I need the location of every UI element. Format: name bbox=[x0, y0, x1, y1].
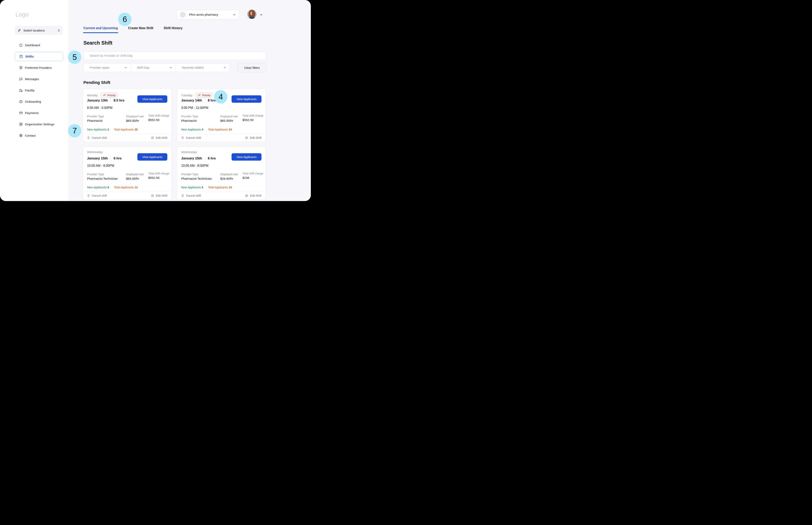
cancel-shift-button[interactable]: Cancel shift bbox=[87, 136, 107, 139]
view-applicants-button[interactable]: View Applicants bbox=[231, 95, 261, 103]
total-charge-value: $156 bbox=[242, 176, 249, 180]
date-row: January 13th 8.5 hrs bbox=[87, 98, 124, 103]
cancel-shift-button[interactable]: Cancel shift bbox=[181, 194, 201, 197]
edit-shift-button[interactable]: Edit Shift bbox=[151, 136, 167, 139]
shift-time-range: 10:00 AM - 8:00PM bbox=[87, 164, 114, 167]
date-row: January 14th 8 hrs bbox=[181, 98, 216, 103]
total-charge-label: Total shift charge bbox=[148, 172, 169, 175]
shift-day: Monday bbox=[87, 94, 97, 97]
new-applicants-count: 4 bbox=[201, 128, 203, 131]
sidebar: Logo Switch locations Dashboard Shifts P… bbox=[0, 0, 69, 201]
sidebar-item-organization-settings[interactable]: Organization Settings bbox=[15, 119, 63, 130]
cancel-shift-label: Cancel shift bbox=[92, 194, 107, 197]
sidebar-item-payments[interactable]: Payments bbox=[15, 107, 63, 119]
priority-badge: Priority bbox=[100, 92, 118, 98]
cancel-shift-button[interactable]: Cancel shift bbox=[181, 136, 201, 139]
priority-label: Priority bbox=[107, 94, 116, 97]
new-applicants-count: 6 bbox=[201, 186, 203, 189]
provider-type-value: Pharmacist Technician bbox=[181, 177, 212, 180]
new-applicants-label: New Applicants bbox=[181, 186, 201, 189]
edit-shift-button[interactable]: Edit Shift bbox=[151, 194, 167, 197]
trending-up-icon bbox=[198, 94, 201, 97]
total-applicants-count: 34 bbox=[229, 128, 232, 131]
applicants-row: New Applicants 4 Total Applicants 34 bbox=[181, 128, 232, 131]
provider-types-dropdown[interactable]: Provider types bbox=[84, 63, 131, 72]
sidebar-item-contact[interactable]: Contact bbox=[15, 130, 63, 141]
trash-icon bbox=[181, 194, 184, 197]
view-applicants-button[interactable]: View Applicants bbox=[137, 95, 167, 103]
trash-icon bbox=[87, 136, 90, 139]
provider-type-label: Provider Type bbox=[87, 115, 104, 118]
card-footer: Cancel shift Edit Shift bbox=[177, 192, 266, 199]
chevron-down-icon bbox=[233, 13, 236, 16]
sidebar-item-label: Facility bbox=[25, 89, 34, 92]
sidebar-item-label: Organization Settings bbox=[25, 122, 54, 126]
applicants-row: New Applicants 2 Total Applicants 35 bbox=[87, 128, 138, 131]
shift-day-dropdown[interactable]: Shift Day bbox=[131, 63, 176, 72]
provider-type-label: Provider Type bbox=[181, 115, 198, 118]
shift-day: Tuesday bbox=[181, 94, 193, 97]
sidebar-item-facility[interactable]: Facility bbox=[15, 85, 63, 96]
shield-user-icon bbox=[19, 66, 23, 70]
home-icon bbox=[19, 43, 23, 47]
app-window: Logo Switch locations Dashboard Shifts P… bbox=[0, 0, 311, 201]
provider-types-label: Provider types bbox=[90, 66, 109, 70]
tab-current-and-upcoming[interactable]: Current and Upcoming bbox=[84, 26, 118, 33]
edit-shift-button[interactable]: Edit Shift bbox=[245, 194, 261, 197]
sidebar-item-label: Payments bbox=[25, 111, 39, 115]
tab-create-new-shift[interactable]: Create New Shift bbox=[128, 26, 153, 33]
sidebar-item-preferred-providers[interactable]: Preferred Providers bbox=[15, 62, 63, 73]
organization-select[interactable]: Phm acres pharmacy bbox=[177, 10, 239, 19]
clear-filters-button[interactable]: Clear filters bbox=[238, 63, 267, 72]
card-footer: Cancel shift Edit Shift bbox=[83, 192, 171, 199]
cancel-shift-button[interactable]: Cancel shift bbox=[87, 194, 107, 197]
applicants-row: New Applicants 6 Total Applicants 10 bbox=[181, 186, 232, 189]
tab-shift-history[interactable]: Shift History bbox=[164, 26, 182, 33]
edit-shift-label: Edit Shift bbox=[156, 136, 167, 139]
card-footer: Cancel shift Edit Shift bbox=[83, 134, 171, 141]
sidebar-item-shifts[interactable]: Shifts bbox=[15, 52, 63, 61]
app-logo: Logo bbox=[15, 11, 29, 18]
sidebar-item-label: Shifts bbox=[25, 55, 34, 58]
annotation-marker-5: 5 bbox=[68, 50, 81, 64]
search-input[interactable] bbox=[84, 51, 266, 60]
annotation-marker-6: 6 bbox=[118, 13, 132, 26]
chevron-down-icon bbox=[223, 66, 226, 69]
edit-shift-label: Edit Shift bbox=[156, 194, 167, 197]
sidebar-item-label: Messages bbox=[25, 77, 39, 81]
recently-added-dropdown[interactable]: Recently Added bbox=[176, 63, 229, 72]
view-applicants-button[interactable]: View Applicants bbox=[137, 153, 167, 161]
cancel-shift-label: Cancel shift bbox=[186, 136, 201, 139]
displayed-rate-label: Displayed rate bbox=[126, 173, 144, 176]
switch-locations-label: Switch locations bbox=[24, 29, 45, 32]
new-applicants-label: New Applicants bbox=[87, 128, 107, 131]
shift-time-range: 3:00 PM - 11:00PM bbox=[181, 106, 208, 110]
displayed-rate-value: $65.00/hr bbox=[220, 119, 233, 122]
view-applicants-button[interactable]: View Applicants bbox=[231, 153, 261, 161]
edit-shift-button[interactable]: Edit Shift bbox=[245, 136, 261, 139]
avatar-chevron-down-icon[interactable] bbox=[259, 13, 263, 16]
user-avatar[interactable] bbox=[247, 10, 257, 19]
cancel-shift-label: Cancel shift bbox=[186, 194, 201, 197]
total-charge-label: Total shift charge bbox=[148, 114, 169, 117]
displayed-rate-value: $65.00/hr bbox=[126, 119, 139, 122]
signpost-icon bbox=[18, 29, 21, 32]
shift-day-label: Shift Day bbox=[137, 66, 149, 70]
total-applicants-label: Total Applicants bbox=[114, 128, 134, 131]
sidebar-item-dashboard[interactable]: Dashboard bbox=[15, 40, 63, 51]
sidebar-item-messages[interactable]: Messages bbox=[15, 73, 63, 85]
filter-bar: Provider types Shift Day Recently Added bbox=[84, 63, 230, 72]
annotation-marker-4: 4 bbox=[214, 90, 227, 104]
trash-icon bbox=[87, 194, 90, 197]
new-applicants-label: New Applicants bbox=[87, 186, 107, 189]
shift-date: January 15th bbox=[181, 156, 202, 160]
switch-locations-button[interactable]: Switch locations bbox=[15, 26, 63, 35]
trash-icon bbox=[181, 136, 184, 139]
total-charge-label: Total shift charge bbox=[242, 172, 264, 175]
avatar-hair-fringe bbox=[252, 11, 255, 16]
sidebar-item-label: Preferred Providers bbox=[25, 66, 51, 70]
sidebar-item-onboarding[interactable]: Onboarding bbox=[15, 96, 63, 107]
total-applicants-count: 10 bbox=[229, 186, 232, 189]
priority-label: Priority bbox=[202, 94, 211, 97]
sidebar-item-label: Dashboard bbox=[25, 43, 40, 47]
